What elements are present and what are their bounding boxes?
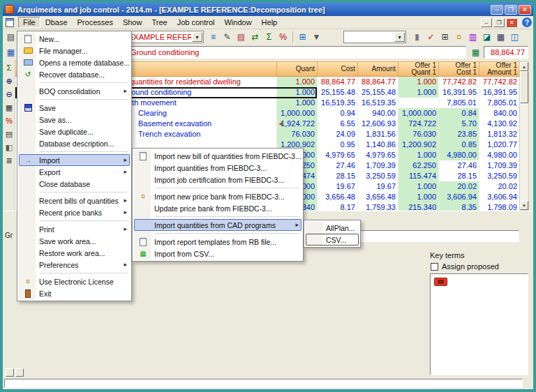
menu-item-new[interactable]: New...	[19, 33, 130, 45]
menu-item-import-quantities-fiebdc[interactable]: Import quantities from FIEBDC-3...	[134, 162, 302, 174]
amount-cell[interactable]: 12,606.93	[357, 119, 398, 129]
calculator-icon[interactable]: ⊞	[438, 30, 452, 43]
menu-item-file-manager[interactable]: File manager...	[19, 45, 130, 56]
offer-quant-cell[interactable]: 115.474	[398, 171, 438, 181]
cost-cell[interactable]: 88,864.77	[317, 77, 357, 87]
usb-icon[interactable]: ▮	[410, 30, 424, 43]
bottom-tab-1[interactable]	[6, 368, 14, 377]
offer-quant-cell[interactable]: 1.000	[398, 87, 438, 98]
menu-tree[interactable]: Tree	[147, 17, 172, 28]
menu-item-import-rb-templates[interactable]: Import report templates from RB file...	[134, 236, 302, 248]
title-bar[interactable]: Arquimedes and job control - 2014.m - [E…	[3, 3, 533, 16]
resize-grip[interactable]	[523, 379, 532, 388]
menu-item-allplan[interactable]: AllPlan...	[306, 222, 359, 234]
offer-amount-cell[interactable]: 840.00	[479, 108, 519, 119]
quant-cell[interactable]: 1.000	[276, 77, 317, 87]
cost-cell[interactable]: 8.17	[317, 202, 357, 211]
offer-amount-cell[interactable]: 7,805.01	[479, 98, 519, 108]
cost-cell[interactable]: 27.46	[317, 160, 357, 171]
menu-item-boq-consolidation[interactable]: BOQ consolidation	[19, 85, 130, 97]
menu-item-save-as[interactable]: Save as...	[19, 114, 130, 126]
offer-quant-cell[interactable]: 1,000.000	[398, 108, 438, 119]
offer-amount-cell[interactable]: 16,391.95	[479, 87, 519, 98]
offer-cost-cell[interactable]: 0.84	[438, 108, 479, 119]
cost-cell[interactable]: 16,519.35	[317, 98, 357, 108]
menu-item-csv[interactable]: CSV...	[306, 234, 359, 246]
offer-quant-cell[interactable]: 76.030	[398, 129, 438, 140]
offer-amount-cell[interactable]: 1,020.77	[479, 140, 519, 150]
cost-cell[interactable]: 25,155.48	[317, 87, 357, 98]
menu-item-import[interactable]: →Import	[19, 154, 130, 166]
coins-icon[interactable]: ¤	[452, 30, 466, 43]
quant-cell[interactable]: 1.000	[276, 87, 317, 98]
amount-cell[interactable]: 88,864.77	[357, 77, 398, 87]
dropdown-arrow-icon[interactable]: ▼	[394, 32, 405, 42]
menu-item-import-cad-quantities[interactable]: Import quantities from CAD programs	[134, 219, 302, 231]
menu-item-import-new-boq-fiebdc[interactable]: Import new bill of quantities from FIEBD…	[134, 150, 302, 162]
offer-amount-cell[interactable]: 1,709.39	[479, 160, 519, 171]
grid-button[interactable]: ▦	[4, 45, 17, 59]
menu-item-close-database[interactable]: Close database	[19, 178, 130, 190]
bottom-tab-2[interactable]	[15, 368, 24, 377]
scroll-down-icon[interactable]: ▼	[520, 201, 528, 210]
columns-icon[interactable]: ▦	[3, 102, 15, 113]
offer-cost-cell[interactable]: 3,606.94	[438, 192, 479, 202]
assign-proposed-checkbox[interactable]	[431, 263, 438, 271]
offer-amount-cell[interactable]: 3,250.59	[479, 171, 519, 181]
rows-side-icon[interactable]: ▤	[3, 128, 15, 140]
offer-amount-cell[interactable]: 1,798.09	[479, 202, 519, 211]
printer-icon[interactable]: ▤	[4, 30, 17, 43]
grid-icon[interactable]: ▦	[494, 30, 507, 43]
amount-cell[interactable]: 16,519.35	[357, 98, 398, 108]
menu-item-preferences[interactable]: Preferences	[19, 259, 130, 271]
offer-amount-cell[interactable]: 77,742.82	[479, 77, 519, 87]
menu-show[interactable]: Show	[118, 17, 147, 28]
dropdown-arrow-icon[interactable]: ▼	[192, 32, 202, 42]
grid-plus-icon[interactable]: ⊞	[296, 30, 309, 43]
help-icon[interactable]: ?	[522, 17, 532, 27]
cost-cell[interactable]: 19.67	[317, 181, 357, 192]
quant-cell[interactable]: 76.030	[276, 129, 317, 140]
menu-job-control[interactable]: Job control	[172, 17, 220, 28]
offer-cost-cell[interactable]: 77,742.82	[438, 77, 479, 87]
offer-quant-cell[interactable]: 215.340	[398, 202, 438, 211]
menu-item-remote-database[interactable]: Opens a remote database...	[19, 56, 130, 68]
menu-item-exit[interactable]: Exit	[19, 287, 130, 299]
menu-item-print[interactable]: Print	[19, 223, 130, 235]
book-icon[interactable]: ▥	[466, 30, 479, 43]
offer-cost-cell[interactable]: 28.15	[438, 171, 479, 181]
minimize-button[interactable]: –	[491, 5, 503, 15]
sort-sum-icon[interactable]: Σ	[3, 62, 15, 73]
table-vertical-scrollbar[interactable]: ▲ ▼	[519, 61, 529, 211]
offer-cost-cell[interactable]: 5.70	[438, 119, 479, 129]
menu-item-recent-bills[interactable]: Recent bills of quantities	[19, 195, 130, 206]
offer-quant-cell[interactable]: 1.000	[398, 150, 438, 160]
amount-cell[interactable]: 1,709.39	[357, 160, 398, 171]
offer-cost-cell[interactable]: 23.85	[438, 129, 479, 140]
check-icon[interactable]: ✓	[424, 30, 438, 43]
amount-cell[interactable]: 3,250.59	[357, 171, 398, 181]
list-icon[interactable]: ≣	[3, 155, 15, 166]
cost-cell[interactable]: 3,656.48	[317, 192, 357, 202]
menu-processes[interactable]: Processes	[73, 17, 118, 28]
filter-icon[interactable]: ▼	[310, 30, 323, 43]
menu-item-save-duplicate[interactable]: Save duplicate...	[19, 126, 130, 137]
quant-cell[interactable]: 1.000	[276, 98, 317, 108]
cost-cell[interactable]: 24.09	[317, 129, 357, 140]
cost-cell[interactable]: 4,979.65	[317, 150, 357, 160]
cost-cell[interactable]: 0.95	[317, 140, 357, 150]
amount-cell[interactable]: 1,831.56	[357, 129, 398, 140]
amount-cell[interactable]: 1,759.33	[357, 202, 398, 211]
cost-cell[interactable]: 28.15	[317, 171, 357, 181]
offer-amount-cell[interactable]: 20.02	[479, 181, 519, 192]
offer-cost-cell[interactable]: 0.85	[438, 140, 479, 150]
reference-combo[interactable]: EXAMPLE REFERENCE ▼	[126, 31, 204, 43]
menu-help[interactable]: Help	[257, 17, 283, 28]
rows-icon[interactable]: ▤	[234, 30, 248, 43]
offer-quant-cell[interactable]: 1,200.902	[398, 140, 438, 150]
menu-item-update-price-bank-fiebdc[interactable]: Update price bank from FIEBDC-3...	[134, 202, 302, 214]
menu-item-recent-price-banks[interactable]: Recent price banks	[19, 206, 130, 218]
summary-field[interactable]: Ground conditioning	[127, 46, 466, 59]
percent-icon[interactable]: %	[276, 30, 290, 43]
menu-item-save[interactable]: Save	[19, 102, 130, 114]
